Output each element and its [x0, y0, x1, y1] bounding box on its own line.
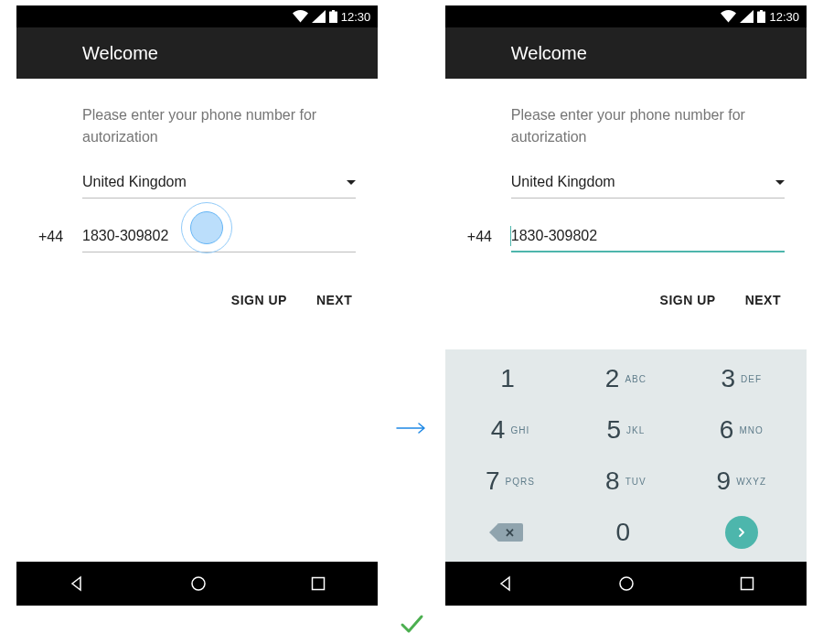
page-title: Welcome — [82, 43, 158, 64]
nav-back-icon[interactable] — [497, 575, 514, 592]
status-bar: 12:30 — [16, 5, 378, 27]
battery-icon — [329, 10, 337, 23]
battery-icon — [757, 10, 765, 23]
phone-number-value: 1830-309802 — [511, 228, 597, 243]
next-button[interactable]: NEXT — [313, 285, 356, 315]
dial-code-label: +44 — [467, 229, 500, 252]
keypad-key-9[interactable]: 9WXYZ — [684, 456, 799, 507]
country-selected-value: United Kingdom — [511, 174, 615, 190]
svg-point-0 — [192, 577, 205, 590]
nav-recent-icon[interactable] — [740, 576, 754, 591]
phone-frame-left: 12:30 Welcome Please enter your phone nu… — [16, 5, 378, 606]
nav-back-icon[interactable] — [69, 575, 85, 592]
instruction-text: Please enter your phone number for autor… — [511, 104, 785, 148]
svg-rect-1 — [313, 578, 325, 590]
keypad-key-0[interactable]: 0 — [568, 507, 683, 558]
transition-arrow-icon — [394, 422, 429, 435]
keypad-key-5[interactable]: 5JKL — [568, 404, 683, 456]
country-dropdown[interactable]: United Kingdom — [511, 174, 785, 199]
country-dropdown[interactable]: United Kingdom — [82, 174, 356, 199]
backspace-icon: ✕ — [497, 523, 523, 542]
instruction-text: Please enter your phone number for autor… — [82, 104, 356, 148]
app-bar: Welcome — [16, 27, 378, 79]
keypad-key-6[interactable]: 6MNO — [684, 404, 799, 456]
svg-rect-3 — [741, 578, 753, 590]
nav-recent-icon[interactable] — [311, 576, 326, 591]
phone-frame-right: 12:30 Welcome Please enter your phone nu… — [445, 5, 807, 606]
enter-icon — [725, 516, 758, 549]
svg-point-2 — [620, 577, 633, 590]
clock-text: 12:30 — [769, 10, 799, 24]
keypad-enter[interactable] — [684, 507, 799, 558]
chevron-down-icon — [775, 180, 785, 185]
dial-code-label: +44 — [38, 229, 71, 252]
phone-number-value: 1830-309802 — [82, 228, 168, 243]
content-area: Please enter your phone number for autor… — [16, 79, 378, 606]
status-bar: 12:30 — [445, 5, 807, 27]
signup-button[interactable]: SIGN UP — [657, 285, 720, 315]
keypad-key-7[interactable]: 7PQRS — [453, 456, 568, 507]
signup-button[interactable]: SIGN UP — [228, 285, 291, 315]
nav-home-icon[interactable] — [618, 575, 635, 592]
page-title: Welcome — [511, 43, 587, 64]
country-selected-value: United Kingdom — [82, 174, 187, 190]
phone-number-input[interactable]: 1830-309802 — [82, 228, 356, 252]
wifi-icon — [721, 10, 736, 23]
touch-ripple-indicator — [181, 202, 232, 253]
nav-home-icon[interactable] — [190, 575, 207, 592]
android-nav-bar — [445, 562, 807, 606]
numeric-keypad: 1 2ABC 3DEF 4GHI 5JKL 6MNO 7PQRS 8TUV 9W… — [445, 349, 807, 562]
chevron-down-icon — [347, 180, 356, 185]
next-button[interactable]: NEXT — [742, 285, 785, 315]
keypad-key-2[interactable]: 2ABC — [568, 353, 683, 404]
keypad-key-4[interactable]: 4GHI — [453, 404, 568, 456]
android-nav-bar — [16, 562, 378, 606]
approval-checkmark-icon — [0, 611, 823, 637]
keypad-key-3[interactable]: 3DEF — [684, 353, 799, 404]
clock-text: 12:30 — [341, 10, 371, 24]
app-bar: Welcome — [445, 27, 807, 79]
keypad-key-8[interactable]: 8TUV — [568, 456, 683, 507]
signal-icon — [740, 10, 754, 23]
keypad-key-1[interactable]: 1 — [453, 353, 568, 404]
text-cursor — [510, 226, 512, 246]
signal-icon — [312, 10, 326, 23]
keypad-backspace[interactable]: ✕ — [453, 507, 568, 558]
wifi-icon — [293, 10, 308, 23]
phone-number-input[interactable]: 1830-309802 — [511, 228, 785, 252]
